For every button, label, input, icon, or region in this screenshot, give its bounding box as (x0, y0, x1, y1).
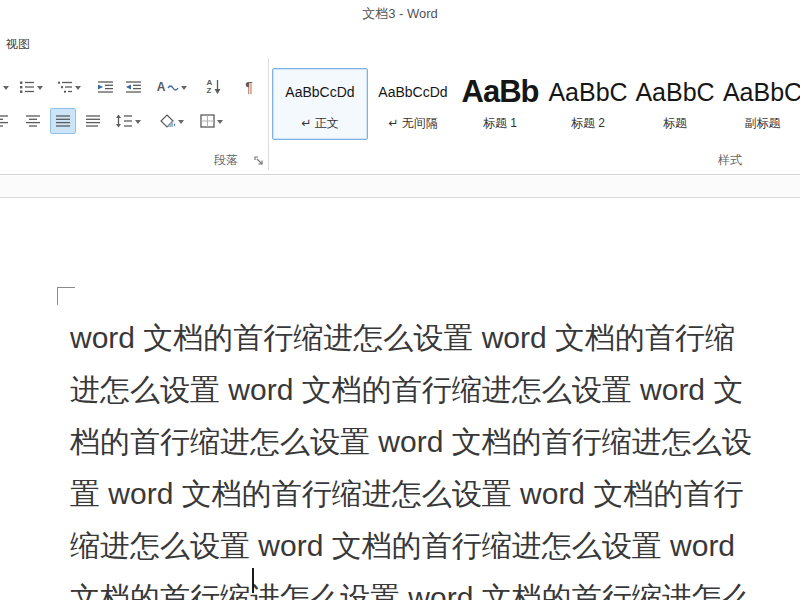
chevron-down-icon (135, 120, 141, 124)
document-text[interactable]: word 文档的首行缩进怎么设置 word 文档的首行缩 进怎么设置 word … (70, 312, 786, 600)
borders-button[interactable] (194, 108, 228, 134)
chevron-down-icon (3, 86, 9, 90)
style-label: 标题 2 (571, 115, 605, 132)
style-card-no-spacing[interactable]: AaBbCcDd ↵ 无间隔 (371, 68, 455, 140)
group-separator (268, 58, 269, 170)
style-preview: AaBbCcDd (378, 69, 447, 115)
increase-indent-button[interactable] (120, 74, 146, 100)
style-preview: AaBbCcDd (285, 69, 354, 115)
sort-letter-z: Z (207, 87, 213, 95)
text-line: word 文档的首行缩进怎么设置 word 文档的首行缩 (70, 312, 786, 364)
style-label: ↵ 正文 (301, 115, 338, 132)
align-distribute-button[interactable] (80, 108, 106, 134)
text-line: 缩进怎么设置 word 文档的首行缩进怎么设置 word (70, 520, 786, 572)
tab-view[interactable]: 视图 (6, 36, 30, 53)
style-label: 标题 1 (483, 115, 517, 132)
paint-bucket-icon (160, 114, 176, 128)
style-label: 副标题 (745, 115, 781, 132)
document-top-strip (0, 176, 800, 198)
text-cursor (252, 568, 254, 593)
shading-button[interactable] (154, 108, 190, 134)
chevron-down-icon (37, 86, 43, 90)
chevron-down-icon (75, 86, 81, 90)
align-justify-icon (55, 114, 71, 128)
text-line: 文档的首行缩进怎么设置 word 文档的首行缩进怎么 (70, 572, 786, 600)
ribbon: 视图 A (0, 28, 800, 175)
align-left-icon (0, 114, 9, 128)
borders-grid-icon (200, 114, 215, 128)
window-title: 文档3 - Word (362, 6, 438, 21)
numbering-button[interactable] (14, 74, 48, 100)
decrease-indent-icon (97, 80, 114, 94)
asian-layout-button[interactable]: A (154, 74, 190, 100)
text-line: 进怎么设置 word 文档的首行缩进怎么设置 word 文 (70, 364, 786, 416)
sort-button[interactable]: A Z (200, 74, 228, 100)
align-center-button[interactable] (20, 108, 46, 134)
style-label: ↵ 无间隔 (388, 115, 437, 132)
styles-group-label: 样式 (718, 152, 742, 169)
chevron-down-icon (217, 120, 223, 124)
style-preview: AaBbC (723, 69, 800, 115)
style-card-title[interactable]: AaBbC 标题 (633, 68, 717, 140)
bullet-list-icon (0, 80, 1, 94)
show-hide-marks-button[interactable]: ¶ (236, 74, 262, 100)
multilevel-list-icon (57, 80, 73, 94)
sort-arrow-icon (214, 79, 221, 95)
margin-corner-mark (57, 287, 75, 305)
style-preview: AaBbC (548, 69, 627, 115)
line-spacing-icon (115, 114, 133, 128)
asian-layout-icon: A (157, 81, 166, 93)
titlebar: 文档3 - Word (0, 0, 800, 28)
style-card-heading2[interactable]: AaBbC 标题 2 (546, 68, 630, 140)
paragraph-dialog-launcher[interactable] (252, 154, 266, 168)
increase-indent-icon (125, 80, 142, 94)
style-preview: AaBbC (635, 69, 714, 115)
style-preview: AaBb (462, 69, 539, 115)
style-card-normal[interactable]: AaBbCcDd ↵ 正文 (272, 68, 368, 140)
align-center-icon (25, 114, 41, 128)
decrease-indent-button[interactable] (92, 74, 118, 100)
align-distribute-icon (85, 114, 101, 128)
document-page[interactable]: word 文档的首行缩进怎么设置 word 文档的首行缩 进怎么设置 word … (0, 198, 800, 600)
numbered-list-icon (19, 80, 35, 94)
pilcrow-icon: ¶ (245, 80, 253, 94)
style-card-subtitle[interactable]: AaBbC 副标题 (720, 68, 800, 140)
paragraph-group-label: 段落 (214, 152, 238, 169)
text-line: 档的首行缩进怎么设置 word 文档的首行缩进怎么设 (70, 416, 786, 468)
multilevel-list-button[interactable] (52, 74, 86, 100)
chevron-down-icon (178, 120, 184, 124)
sort-az-icon: A Z (207, 79, 213, 95)
word-window: 文档3 - Word 视图 (0, 0, 800, 600)
asian-layout-wave-icon (167, 83, 179, 91)
line-spacing-button[interactable] (110, 108, 146, 134)
bullets-cut-button[interactable] (0, 74, 12, 100)
align-justify-button[interactable] (50, 108, 76, 134)
style-label: 标题 (663, 115, 687, 132)
align-left-button[interactable] (0, 108, 14, 134)
chevron-down-icon (181, 86, 187, 90)
style-card-heading1[interactable]: AaBb 标题 1 (457, 68, 543, 140)
text-line: 置 word 文档的首行缩进怎么设置 word 文档的首行 (70, 468, 786, 520)
